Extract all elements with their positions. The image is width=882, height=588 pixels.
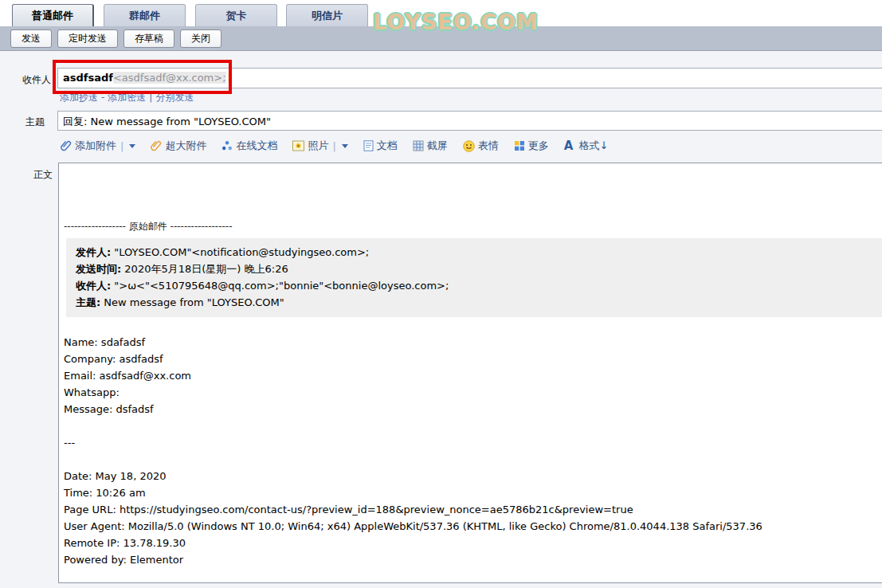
- body-line-page-url: Page URL: https://studyingseo.com/contac…: [64, 501, 882, 518]
- body-line-time: Time: 10:26 am: [64, 484, 882, 501]
- photo-label: 照片: [308, 139, 328, 153]
- divider: |: [332, 140, 335, 152]
- format-label: 格式↓: [578, 139, 608, 153]
- photo-button[interactable]: 照片 |: [292, 139, 347, 153]
- senttime-label: 发送时间:: [76, 263, 121, 275]
- recipient-name-text: asdfsadf: [63, 72, 113, 84]
- quoted-subject-line: 主题: New message from "LOYSEO.COM": [76, 294, 874, 311]
- tab-postcard[interactable]: 明信片: [286, 4, 368, 26]
- body-line-message: Message: dsfadsf: [64, 401, 882, 417]
- document-button[interactable]: 文档: [363, 139, 398, 153]
- link-separator: |: [149, 92, 152, 103]
- from-label: 发件人:: [76, 246, 111, 258]
- body-line-email: Email: asdfsadf@xx.com: [64, 367, 882, 384]
- body-line-powered-by: Powered by: Elementor: [64, 551, 882, 568]
- body-line-date: Date: May 18, 2020: [64, 468, 882, 484]
- paperclip-orange-icon: [151, 140, 162, 151]
- screenshot-button[interactable]: 截屏: [413, 139, 448, 153]
- empty-lines: [64, 168, 882, 218]
- to-value: ">ω<"<510795648@qq.com>;"bonnie"<bonnie@…: [111, 280, 449, 292]
- quoted-from-line: 发件人: "LOYSEO.COM"<notification@studyings…: [76, 244, 874, 261]
- chevron-down-icon: [342, 144, 348, 148]
- screenshot-icon: [413, 140, 424, 151]
- send-button[interactable]: 发送: [10, 29, 52, 48]
- body-line-remote-ip: Remote IP: 13.78.19.30: [64, 535, 882, 551]
- recipient-label: 收件人: [22, 73, 51, 87]
- add-attachment-button[interactable]: 添加附件 |: [61, 139, 135, 153]
- add-bcc-link[interactable]: 添加密送: [108, 92, 146, 103]
- body-line-company: Company: asdfadsf: [64, 351, 882, 367]
- body-line: [64, 451, 882, 468]
- scheduled-send-button[interactable]: 定时发送: [57, 29, 118, 48]
- emoji-label: 表情: [478, 139, 499, 153]
- senttime-value: 2020年5月18日(星期一) 晚上6:26: [121, 263, 288, 275]
- quoted-senttime-line: 发送时间: 2020年5月18日(星期一) 晚上6:26: [76, 261, 874, 277]
- recipient-address-text: <asdfsadf@xx.com>;: [113, 72, 226, 84]
- more-button[interactable]: 更多: [514, 139, 549, 153]
- body-line: [64, 417, 882, 434]
- online-doc-label: 在线文档: [236, 139, 277, 153]
- divider: |: [120, 140, 123, 152]
- link-separator: -: [101, 92, 104, 103]
- more-grid-icon: [514, 140, 525, 151]
- mail-type-tabbar: 普通邮件 群邮件 贺卡 明信片 LOYSEO.COM: [0, 0, 882, 26]
- message-body-editor[interactable]: ------------------ 原始邮件 ----------------…: [58, 163, 882, 583]
- paperclip-blue-icon: [61, 140, 72, 151]
- quoted-mail-header: 发件人: "LOYSEO.COM"<notification@studyings…: [66, 238, 882, 317]
- close-button[interactable]: 关闭: [180, 29, 221, 48]
- recipient-input[interactable]: asdfsadf<asdfsadf@xx.com>;|: [57, 68, 882, 88]
- save-draft-button[interactable]: 存草稿: [123, 29, 174, 48]
- more-label: 更多: [528, 139, 549, 153]
- body-label: 正文: [33, 168, 53, 182]
- attachment-toolbar: 添加附件 | 超大附件 在线文档 照片 | 文档 截屏: [61, 135, 882, 156]
- emoji-button[interactable]: 表情: [463, 139, 499, 153]
- body-line-name: Name: sdafadsf: [64, 334, 882, 351]
- from-value: "LOYSEO.COM"<notification@studyingseo.co…: [111, 246, 369, 258]
- document-icon: [363, 140, 374, 151]
- document-label: 文档: [377, 139, 398, 153]
- chevron-down-icon: [129, 144, 135, 148]
- loyseo-watermark-logo: LOYSEO.COM: [373, 10, 539, 34]
- mail-compose-window: 普通邮件 群邮件 贺卡 明信片 LOYSEO.COM 发送 定时发送 存草稿 关…: [0, 0, 882, 588]
- subject-value: New message from "LOYSEO.COM": [100, 296, 284, 308]
- large-attachment-label: 超大附件: [165, 139, 206, 153]
- large-attachment-button[interactable]: 超大附件: [151, 139, 206, 153]
- tab-normal-mail[interactable]: 普通邮件: [12, 4, 94, 26]
- separate-send-link[interactable]: 分别发送: [155, 92, 194, 103]
- emoji-icon: [463, 140, 475, 152]
- body-line-user-agent: User Agent: Mozilla/5.0 (Windows NT 10.0…: [64, 518, 882, 535]
- text-caret: |: [228, 72, 231, 84]
- photo-icon: [292, 140, 304, 151]
- add-cc-link[interactable]: 添加抄送: [60, 92, 98, 103]
- tab-group-mail[interactable]: 群邮件: [104, 4, 186, 26]
- tab-greeting-card[interactable]: 贺卡: [195, 4, 277, 26]
- body-line: [64, 317, 882, 334]
- subject-input[interactable]: 回复: New message from "LOYSEO.COM": [57, 111, 882, 131]
- to-label: 收件人:: [76, 280, 111, 292]
- cc-bcc-links-row: 添加抄送-添加密送|分别发送: [60, 91, 194, 104]
- online-doc-icon: [221, 140, 233, 151]
- screenshot-label: 截屏: [427, 139, 448, 153]
- format-A-icon: A: [564, 139, 574, 153]
- add-attachment-label: 添加附件: [75, 139, 116, 153]
- body-line-whatsapp: Whatsapp:: [64, 384, 882, 401]
- original-mail-separator: ------------------ 原始邮件 ----------------…: [64, 218, 882, 235]
- online-doc-button[interactable]: 在线文档: [221, 139, 277, 153]
- body-line-dashes: ---: [64, 434, 882, 451]
- quoted-to-line: 收件人: ">ω<"<510795648@qq.com>;"bonnie"<bo…: [76, 277, 874, 294]
- subject-label: 主题:: [76, 296, 100, 308]
- format-button[interactable]: A 格式↓: [564, 139, 609, 153]
- compose-content: 收件人 asdfsadf<asdfsadf@xx.com>;| 添加抄送-添加密…: [0, 51, 882, 588]
- subject-label: 主题: [25, 116, 45, 129]
